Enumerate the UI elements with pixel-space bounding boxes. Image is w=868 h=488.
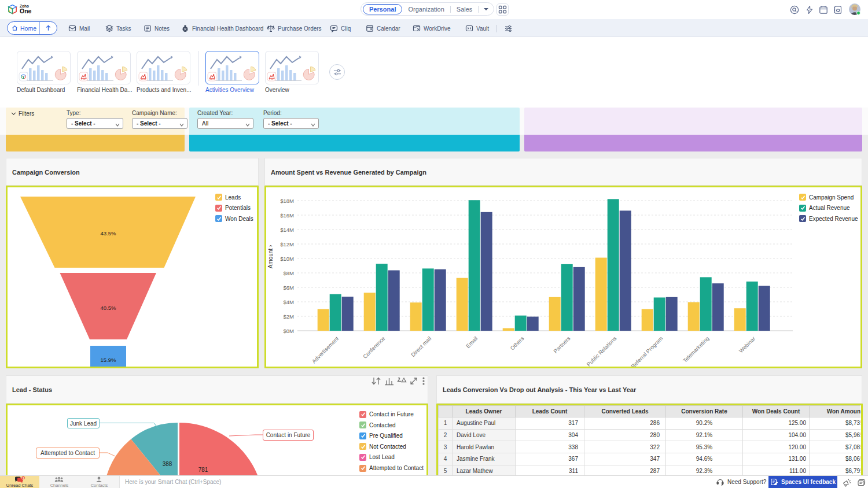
svg-text:$16M: $16M (280, 212, 294, 219)
svg-text:Referral Program: Referral Program (630, 335, 664, 367)
svg-text:Public Relations: Public Relations (585, 335, 617, 367)
svg-text:$12M: $12M (280, 241, 294, 247)
svg-text:$8M: $8M (284, 270, 295, 276)
svg-text:$6M: $6M (284, 284, 295, 291)
svg-text:Advertisement: Advertisement (311, 335, 340, 364)
svg-text:15.9%: 15.9% (101, 357, 116, 363)
svg-text:Conference: Conference (362, 335, 387, 360)
svg-text:Partners: Partners (552, 335, 571, 354)
svg-text:388: 388 (163, 461, 172, 467)
svg-text:Email: Email (465, 335, 479, 350)
svg-text:$2M: $2M (284, 313, 295, 320)
svg-text:$4M: $4M (284, 299, 295, 305)
svg-text:Telemarketing: Telemarketing (682, 335, 711, 364)
svg-text:Webinar: Webinar (738, 335, 757, 354)
svg-text:40.5%: 40.5% (101, 305, 116, 311)
svg-text:1: 1 (23, 476, 24, 480)
svg-text:781: 781 (198, 467, 208, 473)
svg-text:$0M: $0M (284, 328, 295, 334)
svg-text:Amount ›: Amount › (267, 245, 274, 269)
svg-text:$18M: $18M (280, 198, 294, 204)
svg-text:Others: Others (509, 335, 525, 351)
svg-text:$10M: $10M (280, 256, 294, 262)
svg-text:Direct mail: Direct mail (410, 335, 433, 358)
svg-text:$14M: $14M (280, 227, 294, 233)
svg-text:43.5%: 43.5% (101, 230, 116, 236)
